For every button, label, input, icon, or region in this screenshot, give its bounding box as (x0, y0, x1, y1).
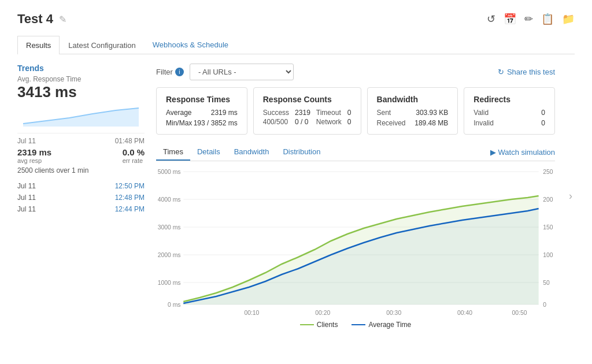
history-item-1: Jul 11 12:50 PM (17, 180, 145, 192)
main-content: Trends Avg. Response Time 3413 ms Jul 11… (17, 64, 575, 329)
svg-text:0: 0 (543, 301, 546, 308)
redirects-title: Redirects (473, 95, 545, 104)
watch-sim-label: Watch simulation (498, 148, 556, 157)
main-chart: 5000 ms 4000 ms 3000 ms 2000 ms 1000 ms … (156, 166, 555, 316)
svg-text:250: 250 (543, 168, 553, 175)
history-date-2: Jul 11 (17, 194, 36, 202)
title-edit-icon[interactable]: ✎ (59, 14, 66, 25)
svg-text:1000 ms: 1000 ms (158, 279, 181, 286)
main-tabs: Results Latest Configuration Webhooks & … (17, 36, 575, 54)
folder-icon[interactable]: 📁 (562, 13, 575, 25)
avg-value: 3413 ms (17, 83, 145, 101)
svg-text:3000 ms: 3000 ms (158, 224, 181, 231)
sidebar-stat-values: 2319 ms avg resp 0.0 % err rate (17, 147, 145, 164)
rt-minmax-label: Min/Max (166, 119, 192, 127)
svg-text:0 ms: 0 ms (168, 301, 181, 308)
avg-resp-val: 2319 ms (17, 147, 51, 157)
clients-line-swatch (300, 324, 314, 325)
rd-invalid-row: Invalid 0 (473, 119, 545, 127)
svg-text:2000 ms: 2000 ms (158, 251, 181, 258)
bw-received-label: Received (377, 119, 406, 127)
redirects-card: Redirects Valid 0 Invalid 0 (464, 87, 555, 135)
rc-network-value: 0 (347, 118, 352, 126)
refresh-icon[interactable]: ↺ (487, 13, 495, 25)
bw-sent-value: 303.93 KB (416, 109, 448, 117)
rd-valid-value: 0 (541, 109, 545, 117)
chart-tab-bandwidth[interactable]: Bandwidth (227, 144, 276, 161)
rc-network-label: Network (316, 118, 342, 126)
svg-text:150: 150 (543, 224, 553, 231)
tab-latest-config[interactable]: Latest Configuration (60, 36, 144, 54)
stat-time: 01:48 PM (115, 137, 145, 145)
svg-text:00:40: 00:40 (457, 309, 472, 316)
response-counts-card: Response Counts Success 2319 Timeout 0 4… (253, 87, 361, 135)
history-date-1: Jul 11 (17, 182, 36, 190)
play-icon: ▶ (490, 148, 496, 157)
filter-label: Filter i (156, 68, 184, 76)
rd-valid-label: Valid (473, 109, 489, 117)
avg-resp-block: 2319 ms avg resp (17, 147, 51, 164)
svg-text:00:10: 00:10 (244, 309, 259, 316)
filter-left: Filter i - All URLs - (156, 64, 294, 80)
response-times-card: Response Times Average 2319 ms Min/Max 1… (156, 87, 247, 135)
history-list: Jul 11 12:50 PM Jul 11 12:48 PM Jul 11 1… (17, 180, 145, 215)
rd-valid-row: Valid 0 (473, 109, 545, 117)
svg-marker-0 (23, 108, 139, 127)
tab-webhooks[interactable]: Webhooks & Schedule (145, 36, 236, 54)
svg-text:50: 50 (543, 279, 550, 286)
chart-legend: Clients Average Time (156, 321, 555, 329)
copy-icon[interactable]: 📋 (541, 13, 554, 25)
sidebar: Trends Avg. Response Time 3413 ms Jul 11… (17, 64, 145, 329)
chart-tabs: Times Details Bandwidth Distribution ▶ W… (156, 144, 555, 161)
history-item-3: Jul 11 12:44 PM (17, 203, 145, 215)
stats-cards: Response Times Average 2319 ms Min/Max 1… (156, 87, 555, 135)
share-button[interactable]: ↻ Share this test (498, 68, 555, 76)
edit2-icon[interactable]: ✏ (524, 13, 533, 25)
rd-invalid-label: Invalid (473, 119, 494, 127)
history-time-2[interactable]: 12:48 PM (115, 194, 145, 202)
filter-select[interactable]: - All URLs - (190, 64, 294, 80)
calendar-icon[interactable]: 📅 (504, 13, 516, 25)
rc-error-label: 400/500 (263, 118, 289, 126)
chart-tab-list: Times Details Bandwidth Distribution (156, 144, 327, 161)
chart-container: 5000 ms 4000 ms 3000 ms 2000 ms 1000 ms … (156, 166, 555, 316)
chart-tab-distribution[interactable]: Distribution (276, 144, 327, 161)
title-row: Test 4 ✎ (17, 12, 66, 27)
filter-text: Filter (156, 68, 173, 76)
chart-tab-times[interactable]: Times (156, 144, 190, 161)
page-header: Test 4 ✎ ↺ 📅 ✏ 📋 📁 (17, 12, 575, 27)
history-time-3[interactable]: 12:44 PM (115, 205, 145, 213)
legend-clients-label: Clients (317, 321, 338, 329)
share-label: Share this test (507, 68, 555, 76)
trends-title[interactable]: Trends (17, 64, 145, 73)
chart-tab-details[interactable]: Details (190, 144, 227, 161)
rt-avg-row: Average 2319 ms (166, 109, 238, 117)
page-container: Test 4 ✎ ↺ 📅 ✏ 📋 📁 Results Latest Config… (0, 0, 592, 364)
bandwidth-title: Bandwidth (377, 95, 449, 104)
sparkline-chart (17, 103, 145, 127)
response-counts-title: Response Counts (263, 95, 352, 104)
avg-label: Avg. Response Time (17, 75, 145, 83)
clients-info: 2500 clients over 1 min (17, 166, 145, 174)
svg-text:00:30: 00:30 (386, 309, 401, 316)
rc-timeout-value: 0 (347, 109, 352, 117)
svg-text:100: 100 (543, 251, 553, 258)
sidebar-expand-icon[interactable]: › (567, 64, 575, 329)
stat-date: Jul 11 (17, 137, 36, 145)
svg-text:5000 ms: 5000 ms (158, 168, 181, 175)
rc-success-value: 2319 (295, 109, 310, 117)
history-time-1[interactable]: 12:50 PM (115, 182, 145, 190)
svg-text:4000 ms: 4000 ms (158, 196, 181, 203)
sidebar-stat-row: Jul 11 01:48 PM (17, 133, 145, 145)
err-rate-block: 0.0 % err rate (123, 147, 145, 164)
rt-content: Average 2319 ms Min/Max 193 / 3852 ms (166, 109, 238, 127)
rt-minmax-row: Min/Max 193 / 3852 ms (166, 119, 238, 127)
rd-invalid-value: 0 (541, 119, 545, 127)
avg-resp-sub: avg resp (17, 157, 51, 164)
bw-received-row: Received 189.48 MB (377, 119, 449, 127)
tab-results[interactable]: Results (17, 36, 60, 54)
filter-info-icon: i (175, 68, 184, 76)
legend-clients: Clients (300, 321, 338, 329)
history-item-2: Jul 11 12:48 PM (17, 192, 145, 203)
watch-simulation-button[interactable]: ▶ Watch simulation (490, 148, 556, 157)
